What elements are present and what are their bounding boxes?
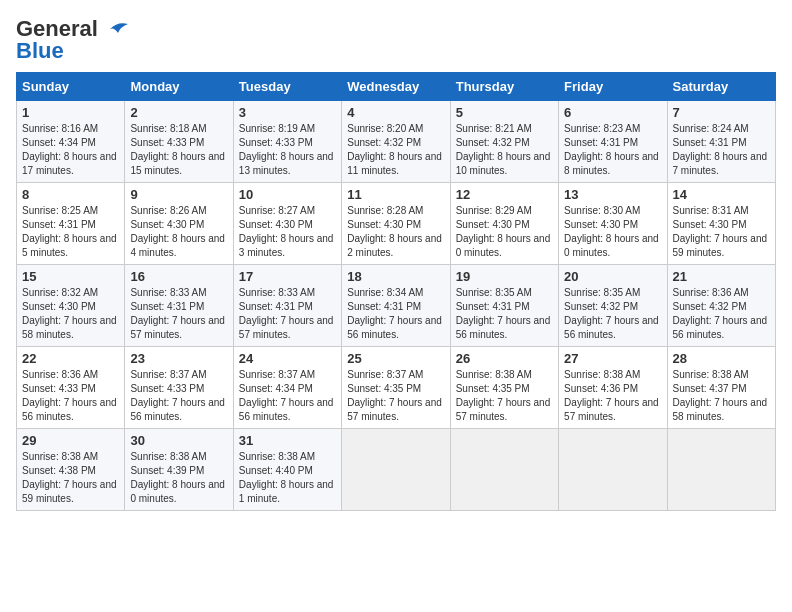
day-number: 25 <box>347 351 444 366</box>
calendar-cell: 29Sunrise: 8:38 AMSunset: 4:38 PMDayligh… <box>17 429 125 511</box>
calendar-cell: 31Sunrise: 8:38 AMSunset: 4:40 PMDayligh… <box>233 429 341 511</box>
day-info: Sunrise: 8:36 AMSunset: 4:32 PMDaylight:… <box>673 287 768 340</box>
calendar-table: SundayMondayTuesdayWednesdayThursdayFrid… <box>16 72 776 511</box>
calendar-cell: 12Sunrise: 8:29 AMSunset: 4:30 PMDayligh… <box>450 183 558 265</box>
day-number: 28 <box>673 351 770 366</box>
day-number: 27 <box>564 351 661 366</box>
day-info: Sunrise: 8:16 AMSunset: 4:34 PMDaylight:… <box>22 123 117 176</box>
calendar-cell: 10Sunrise: 8:27 AMSunset: 4:30 PMDayligh… <box>233 183 341 265</box>
weekday-header-wednesday: Wednesday <box>342 73 450 101</box>
day-info: Sunrise: 8:23 AMSunset: 4:31 PMDaylight:… <box>564 123 659 176</box>
day-number: 9 <box>130 187 227 202</box>
day-number: 21 <box>673 269 770 284</box>
day-info: Sunrise: 8:33 AMSunset: 4:31 PMDaylight:… <box>130 287 225 340</box>
calendar-cell: 20Sunrise: 8:35 AMSunset: 4:32 PMDayligh… <box>559 265 667 347</box>
calendar-cell: 1Sunrise: 8:16 AMSunset: 4:34 PMDaylight… <box>17 101 125 183</box>
calendar-cell: 14Sunrise: 8:31 AMSunset: 4:30 PMDayligh… <box>667 183 775 265</box>
calendar-week-row: 29Sunrise: 8:38 AMSunset: 4:38 PMDayligh… <box>17 429 776 511</box>
day-number: 13 <box>564 187 661 202</box>
day-info: Sunrise: 8:38 AMSunset: 4:38 PMDaylight:… <box>22 451 117 504</box>
calendar-cell <box>450 429 558 511</box>
weekday-header-sunday: Sunday <box>17 73 125 101</box>
day-info: Sunrise: 8:36 AMSunset: 4:33 PMDaylight:… <box>22 369 117 422</box>
day-number: 19 <box>456 269 553 284</box>
day-number: 6 <box>564 105 661 120</box>
day-number: 26 <box>456 351 553 366</box>
day-number: 14 <box>673 187 770 202</box>
calendar-cell: 16Sunrise: 8:33 AMSunset: 4:31 PMDayligh… <box>125 265 233 347</box>
day-number: 7 <box>673 105 770 120</box>
day-info: Sunrise: 8:20 AMSunset: 4:32 PMDaylight:… <box>347 123 442 176</box>
day-info: Sunrise: 8:31 AMSunset: 4:30 PMDaylight:… <box>673 205 768 258</box>
calendar-cell: 28Sunrise: 8:38 AMSunset: 4:37 PMDayligh… <box>667 347 775 429</box>
day-info: Sunrise: 8:18 AMSunset: 4:33 PMDaylight:… <box>130 123 225 176</box>
day-info: Sunrise: 8:38 AMSunset: 4:39 PMDaylight:… <box>130 451 225 504</box>
calendar-week-row: 1Sunrise: 8:16 AMSunset: 4:34 PMDaylight… <box>17 101 776 183</box>
day-info: Sunrise: 8:30 AMSunset: 4:30 PMDaylight:… <box>564 205 659 258</box>
day-number: 20 <box>564 269 661 284</box>
day-info: Sunrise: 8:32 AMSunset: 4:30 PMDaylight:… <box>22 287 117 340</box>
logo: General Blue <box>16 16 130 64</box>
calendar-cell: 17Sunrise: 8:33 AMSunset: 4:31 PMDayligh… <box>233 265 341 347</box>
day-number: 1 <box>22 105 119 120</box>
logo-blue: Blue <box>16 38 64 64</box>
calendar-cell: 5Sunrise: 8:21 AMSunset: 4:32 PMDaylight… <box>450 101 558 183</box>
weekday-header-friday: Friday <box>559 73 667 101</box>
calendar-cell: 7Sunrise: 8:24 AMSunset: 4:31 PMDaylight… <box>667 101 775 183</box>
day-number: 12 <box>456 187 553 202</box>
weekday-header-thursday: Thursday <box>450 73 558 101</box>
calendar-cell: 22Sunrise: 8:36 AMSunset: 4:33 PMDayligh… <box>17 347 125 429</box>
day-info: Sunrise: 8:34 AMSunset: 4:31 PMDaylight:… <box>347 287 442 340</box>
day-number: 23 <box>130 351 227 366</box>
day-number: 11 <box>347 187 444 202</box>
calendar-cell: 8Sunrise: 8:25 AMSunset: 4:31 PMDaylight… <box>17 183 125 265</box>
day-number: 22 <box>22 351 119 366</box>
calendar-week-row: 22Sunrise: 8:36 AMSunset: 4:33 PMDayligh… <box>17 347 776 429</box>
day-number: 17 <box>239 269 336 284</box>
day-number: 4 <box>347 105 444 120</box>
logo-bird-icon <box>100 19 130 39</box>
day-number: 29 <box>22 433 119 448</box>
calendar-cell: 18Sunrise: 8:34 AMSunset: 4:31 PMDayligh… <box>342 265 450 347</box>
calendar-week-row: 8Sunrise: 8:25 AMSunset: 4:31 PMDaylight… <box>17 183 776 265</box>
day-number: 2 <box>130 105 227 120</box>
day-info: Sunrise: 8:25 AMSunset: 4:31 PMDaylight:… <box>22 205 117 258</box>
weekday-header-tuesday: Tuesday <box>233 73 341 101</box>
day-number: 16 <box>130 269 227 284</box>
calendar-cell: 3Sunrise: 8:19 AMSunset: 4:33 PMDaylight… <box>233 101 341 183</box>
day-info: Sunrise: 8:29 AMSunset: 4:30 PMDaylight:… <box>456 205 551 258</box>
calendar-cell: 4Sunrise: 8:20 AMSunset: 4:32 PMDaylight… <box>342 101 450 183</box>
day-number: 5 <box>456 105 553 120</box>
day-info: Sunrise: 8:38 AMSunset: 4:40 PMDaylight:… <box>239 451 334 504</box>
weekday-header-saturday: Saturday <box>667 73 775 101</box>
calendar-cell: 30Sunrise: 8:38 AMSunset: 4:39 PMDayligh… <box>125 429 233 511</box>
calendar-cell <box>559 429 667 511</box>
day-info: Sunrise: 8:24 AMSunset: 4:31 PMDaylight:… <box>673 123 768 176</box>
day-info: Sunrise: 8:26 AMSunset: 4:30 PMDaylight:… <box>130 205 225 258</box>
day-info: Sunrise: 8:37 AMSunset: 4:35 PMDaylight:… <box>347 369 442 422</box>
day-info: Sunrise: 8:38 AMSunset: 4:35 PMDaylight:… <box>456 369 551 422</box>
calendar-cell: 11Sunrise: 8:28 AMSunset: 4:30 PMDayligh… <box>342 183 450 265</box>
calendar-cell: 25Sunrise: 8:37 AMSunset: 4:35 PMDayligh… <box>342 347 450 429</box>
day-info: Sunrise: 8:21 AMSunset: 4:32 PMDaylight:… <box>456 123 551 176</box>
day-number: 31 <box>239 433 336 448</box>
day-info: Sunrise: 8:27 AMSunset: 4:30 PMDaylight:… <box>239 205 334 258</box>
day-info: Sunrise: 8:35 AMSunset: 4:31 PMDaylight:… <box>456 287 551 340</box>
day-number: 24 <box>239 351 336 366</box>
calendar-cell: 23Sunrise: 8:37 AMSunset: 4:33 PMDayligh… <box>125 347 233 429</box>
calendar-cell <box>342 429 450 511</box>
day-info: Sunrise: 8:37 AMSunset: 4:34 PMDaylight:… <box>239 369 334 422</box>
day-info: Sunrise: 8:38 AMSunset: 4:36 PMDaylight:… <box>564 369 659 422</box>
calendar-cell: 27Sunrise: 8:38 AMSunset: 4:36 PMDayligh… <box>559 347 667 429</box>
calendar-cell: 13Sunrise: 8:30 AMSunset: 4:30 PMDayligh… <box>559 183 667 265</box>
day-number: 3 <box>239 105 336 120</box>
day-info: Sunrise: 8:33 AMSunset: 4:31 PMDaylight:… <box>239 287 334 340</box>
day-number: 18 <box>347 269 444 284</box>
calendar-cell: 6Sunrise: 8:23 AMSunset: 4:31 PMDaylight… <box>559 101 667 183</box>
calendar-week-row: 15Sunrise: 8:32 AMSunset: 4:30 PMDayligh… <box>17 265 776 347</box>
page-header: General Blue <box>16 16 776 64</box>
calendar-cell: 24Sunrise: 8:37 AMSunset: 4:34 PMDayligh… <box>233 347 341 429</box>
day-number: 8 <box>22 187 119 202</box>
day-info: Sunrise: 8:35 AMSunset: 4:32 PMDaylight:… <box>564 287 659 340</box>
calendar-header-row: SundayMondayTuesdayWednesdayThursdayFrid… <box>17 73 776 101</box>
